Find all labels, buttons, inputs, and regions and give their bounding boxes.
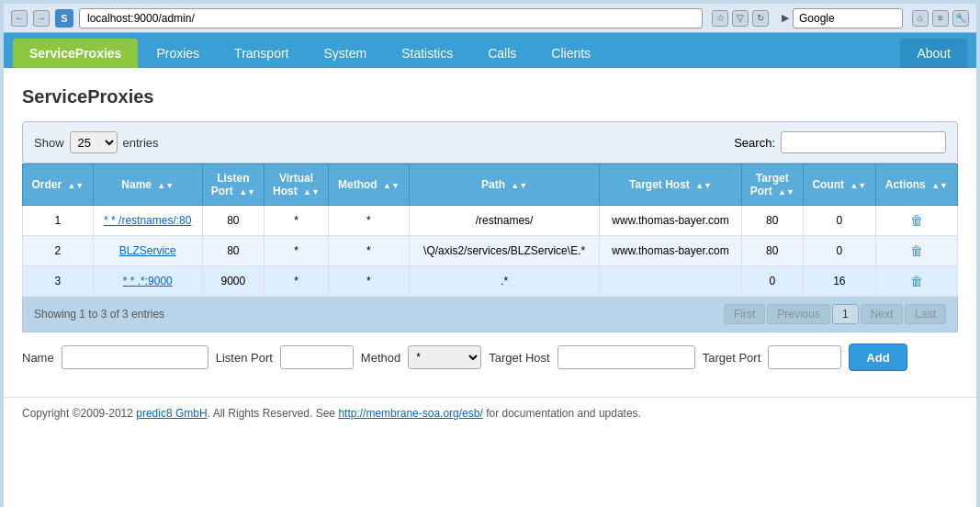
- cell-name: BLZService: [93, 236, 202, 266]
- col-actions[interactable]: Actions ▲▼: [875, 164, 957, 206]
- forward-button[interactable]: →: [33, 10, 50, 27]
- browser-search-input[interactable]: [793, 8, 903, 28]
- footer-text-after: for documentation and updates.: [483, 407, 641, 420]
- previous-page-button[interactable]: Previous: [767, 304, 830, 324]
- search-input[interactable]: [781, 131, 946, 153]
- cell-listen-port: 80: [202, 206, 264, 236]
- delete-icon[interactable]: 🗑: [910, 274, 923, 288]
- cell-name: * * /restnames/:80: [93, 206, 202, 236]
- cell-listen-port: 80: [202, 236, 264, 266]
- browser-chrome: ← → S ☆ ▽ ↻ ▶ ⌂ ≡ 🔧: [4, 4, 976, 33]
- row-name-link[interactable]: BLZService: [119, 244, 176, 257]
- add-form: Name Listen Port Method * GET POST PUT D…: [22, 332, 958, 378]
- bookmark-icon[interactable]: ▽: [732, 10, 749, 27]
- cell-target-port: 80: [741, 206, 803, 236]
- tools-icon[interactable]: 🔧: [952, 10, 969, 27]
- add-listen-port-input[interactable]: [280, 345, 354, 369]
- add-method-select[interactable]: * GET POST PUT DELETE: [408, 345, 481, 369]
- cell-method: *: [329, 206, 410, 236]
- delete-icon[interactable]: 🗑: [910, 213, 923, 228]
- tab-clients[interactable]: Clients: [535, 39, 607, 68]
- add-target-host-label: Target Host: [489, 351, 549, 365]
- cell-listen-port: 9000: [202, 266, 264, 297]
- cell-actions: 🗑: [875, 266, 957, 297]
- cell-method: *: [329, 236, 410, 266]
- menu-icon[interactable]: ≡: [932, 10, 949, 27]
- home-icon[interactable]: ⌂: [912, 10, 929, 27]
- footer-text-middle: . All Rights Reserved. See: [208, 407, 339, 420]
- first-page-button[interactable]: First: [724, 304, 765, 324]
- row-name-link[interactable]: * * .*:9000: [123, 275, 173, 287]
- cell-target-host: www.thomas-bayer.com: [600, 236, 741, 266]
- add-target-host-input[interactable]: [558, 345, 695, 369]
- cell-target-host: www.thomas-bayer.com: [600, 206, 741, 236]
- cell-virtual-host: *: [264, 266, 328, 297]
- cell-order: 3: [23, 266, 94, 297]
- col-target-host[interactable]: Target Host ▲▼: [600, 164, 741, 206]
- cell-count: 0: [803, 206, 875, 236]
- show-entries-select[interactable]: 25 10 50 100: [70, 131, 118, 153]
- browser-logo: S: [55, 9, 73, 28]
- col-virtual-host[interactable]: VirtualHost ▲▼: [264, 164, 328, 206]
- footer-esb-link[interactable]: http://membrane-soa.org/esb/: [338, 407, 482, 420]
- pagination-info: Showing 1 to 3 of 3 entries: [34, 308, 164, 321]
- footer: Copyright ©2009-2012 predic8 GmbH. All R…: [4, 397, 976, 429]
- cell-count: 16: [803, 266, 875, 297]
- footer-company-link[interactable]: predic8 GmbH: [136, 407, 207, 420]
- add-target-port-input[interactable]: [768, 345, 841, 369]
- tab-serviceproxies[interactable]: ServiceProxies: [13, 39, 138, 68]
- col-target-port[interactable]: TargetPort ▲▼: [741, 164, 803, 206]
- tab-transport[interactable]: Transport: [218, 39, 305, 68]
- add-listen-port-label: Listen Port: [216, 351, 273, 365]
- address-bar[interactable]: [79, 8, 703, 28]
- cell-target-port: 0: [741, 266, 803, 297]
- data-table: Order ▲▼ Name ▲▼ ListenPort ▲▼ VirtualHo…: [22, 163, 958, 297]
- footer-text-before: Copyright ©2009-2012: [22, 407, 136, 420]
- col-method[interactable]: Method ▲▼: [329, 164, 410, 206]
- next-page-button[interactable]: Next: [861, 304, 904, 324]
- table-row: 1 * * /restnames/:80 80 * * /restnames/ …: [23, 206, 958, 236]
- cell-actions: 🗑: [875, 206, 957, 236]
- add-target-port-label: Target Port: [703, 351, 761, 365]
- table-controls: Show 25 10 50 100 entries Search:: [22, 121, 958, 163]
- tab-proxies[interactable]: Proxies: [140, 39, 216, 68]
- cell-virtual-host: *: [264, 236, 328, 266]
- pagination-buttons: First Previous 1 Next Last: [724, 304, 946, 324]
- cell-virtual-host: *: [264, 206, 328, 236]
- cell-order: 2: [23, 236, 94, 266]
- tab-system[interactable]: System: [307, 39, 383, 68]
- table-row: 3 * * .*:9000 9000 * * .* 0 16 🗑: [23, 266, 958, 297]
- col-count[interactable]: Count ▲▼: [803, 164, 875, 206]
- last-page-button[interactable]: Last: [905, 304, 946, 324]
- show-label: Show: [34, 136, 64, 150]
- refresh-icon[interactable]: ↻: [752, 10, 769, 27]
- col-order[interactable]: Order ▲▼: [23, 164, 94, 206]
- tab-statistics[interactable]: Statistics: [385, 39, 469, 68]
- cell-actions: 🗑: [875, 236, 957, 266]
- cell-method: *: [329, 266, 410, 297]
- cell-name: * * .*:9000: [93, 266, 202, 297]
- page-title: ServiceProxies: [22, 86, 958, 107]
- cell-count: 0: [803, 236, 875, 266]
- nav-bar: ServiceProxies Proxies Transport System …: [4, 33, 976, 68]
- entries-label: entries: [123, 136, 159, 150]
- current-page-button[interactable]: 1: [832, 304, 859, 324]
- delete-icon[interactable]: 🗑: [910, 243, 923, 258]
- col-listen-port[interactable]: ListenPort ▲▼: [202, 164, 264, 206]
- col-name[interactable]: Name ▲▼: [93, 164, 202, 206]
- add-method-label: Method: [361, 351, 400, 365]
- main-container: ServiceProxies Proxies Transport System …: [4, 33, 976, 507]
- cell-path: .*: [409, 266, 600, 297]
- search-label: Search:: [734, 136, 775, 150]
- tab-calls[interactable]: Calls: [471, 39, 533, 68]
- back-button[interactable]: ←: [11, 10, 28, 27]
- add-button[interactable]: Add: [849, 344, 907, 371]
- add-name-input[interactable]: [62, 345, 208, 369]
- col-path[interactable]: Path ▲▼: [409, 164, 600, 206]
- cell-order: 1: [23, 206, 94, 236]
- cell-target-port: 80: [741, 236, 803, 266]
- tab-about[interactable]: About: [900, 39, 967, 68]
- row-name-link[interactable]: * * /restnames/:80: [104, 214, 191, 227]
- pagination-bar: Showing 1 to 3 of 3 entries First Previo…: [22, 297, 958, 332]
- star-icon[interactable]: ☆: [712, 10, 728, 27]
